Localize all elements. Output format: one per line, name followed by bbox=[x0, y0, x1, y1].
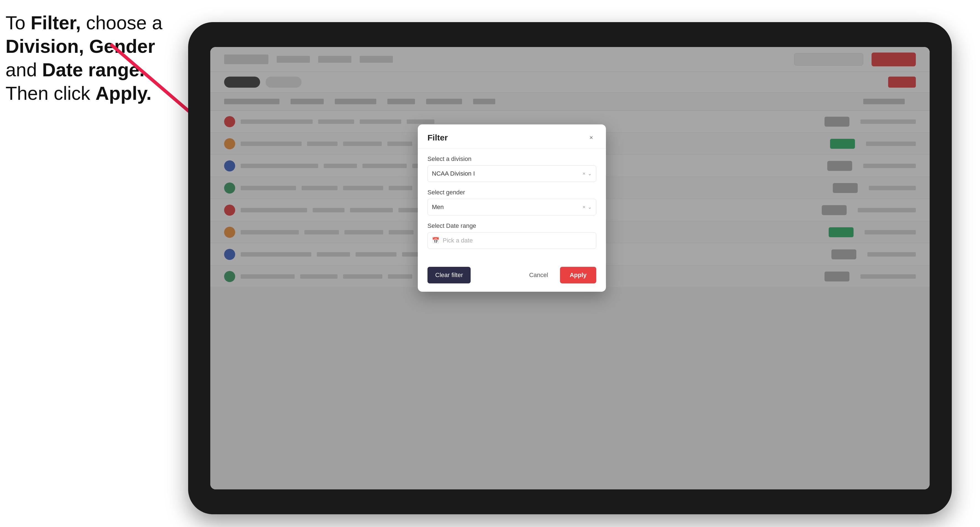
instruction-line1: To Filter, choose a bbox=[6, 12, 162, 33]
date-placeholder: Pick a date bbox=[443, 237, 473, 244]
modal-footer-right: Cancel Apply bbox=[521, 267, 596, 283]
apply-button[interactable]: Apply bbox=[560, 267, 596, 283]
gender-select-controls: × ⌄ bbox=[582, 204, 592, 210]
date-input[interactable]: 📅 Pick a date bbox=[428, 232, 596, 249]
gender-label: Select gender bbox=[428, 189, 596, 196]
tablet-screen: Filter × Select a division NCAA Division… bbox=[210, 47, 930, 489]
gender-select[interactable]: Men × ⌄ bbox=[428, 199, 596, 215]
filter-modal: Filter × Select a division NCAA Division… bbox=[418, 124, 606, 292]
modal-footer: Clear filter Cancel Apply bbox=[418, 263, 606, 292]
date-label: Select Date range bbox=[428, 222, 596, 230]
division-select-controls: × ⌄ bbox=[582, 171, 592, 177]
division-form-group: Select a division NCAA Division I × ⌄ bbox=[428, 156, 596, 182]
instruction-line2: Division, Gender bbox=[6, 36, 155, 57]
gender-select-value: Men bbox=[432, 203, 444, 211]
division-clear-icon[interactable]: × bbox=[582, 171, 585, 177]
calendar-icon: 📅 bbox=[432, 237, 439, 244]
instruction-text: To Filter, choose a Division, Gender and… bbox=[6, 11, 177, 105]
instruction-line4: Then click Apply. bbox=[6, 83, 152, 104]
date-form-group: Select Date range 📅 Pick a date bbox=[428, 222, 596, 249]
division-select[interactable]: NCAA Division I × ⌄ bbox=[428, 165, 596, 182]
tablet-frame: Filter × Select a division NCAA Division… bbox=[188, 22, 952, 514]
cancel-button[interactable]: Cancel bbox=[521, 267, 555, 283]
division-arrow-icon: ⌄ bbox=[588, 171, 592, 177]
instruction-line3: and Date range. bbox=[6, 59, 145, 80]
clear-filter-button[interactable]: Clear filter bbox=[428, 267, 471, 283]
modal-header: Filter × bbox=[418, 124, 606, 148]
modal-title: Filter bbox=[428, 133, 448, 142]
gender-arrow-icon: ⌄ bbox=[588, 204, 592, 210]
modal-close-button[interactable]: × bbox=[586, 133, 596, 143]
modal-body: Select a division NCAA Division I × ⌄ Se… bbox=[418, 148, 606, 263]
gender-clear-icon[interactable]: × bbox=[582, 204, 585, 210]
division-select-value: NCAA Division I bbox=[432, 170, 475, 177]
division-label: Select a division bbox=[428, 156, 596, 163]
gender-form-group: Select gender Men × ⌄ bbox=[428, 189, 596, 215]
